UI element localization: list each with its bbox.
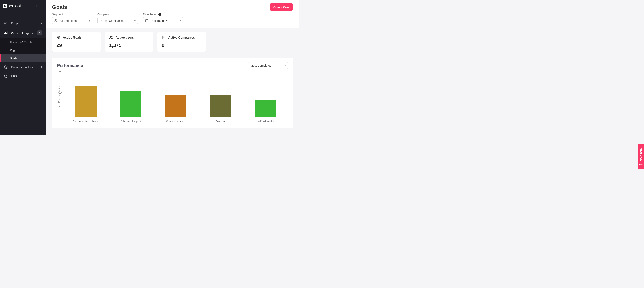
filter-label: Segment <box>52 13 92 16</box>
layers-icon <box>4 65 8 69</box>
sidebar-item-label: Engagement Layer <box>11 65 36 69</box>
bar[interactable] <box>165 95 186 117</box>
people-icon <box>4 21 8 25</box>
gauge-icon <box>4 74 8 78</box>
y-tick: 0 <box>60 114 64 117</box>
sidebar-item-growth-insights[interactable]: Growth Insights <box>0 28 46 38</box>
building-icon <box>100 19 103 22</box>
svg-rect-6 <box>145 20 148 22</box>
filter-company: Company All Companies ▾ <box>98 13 138 24</box>
bar[interactable] <box>75 86 96 117</box>
filter-period: Time Period i Last 180 days ▾ <box>143 13 183 24</box>
period-select[interactable]: Last 180 days ▾ <box>143 17 183 24</box>
sidebar-item-engagement-layer[interactable]: Engagement Layer <box>0 62 46 72</box>
chart: Users Goal Completion 0 100 200 Sidebar … <box>57 73 288 123</box>
panel-title: Performance <box>57 63 83 68</box>
filter-segment: Segment All Segments ▾ <box>52 13 92 24</box>
menu-icon <box>38 5 42 7</box>
page-title: Goals <box>52 4 67 10</box>
select-value: Last 180 days <box>150 19 168 22</box>
bar-slot <box>64 73 108 117</box>
select-value: All Segments <box>60 19 76 22</box>
company-select[interactable]: All Companies ▾ <box>98 17 138 24</box>
filters: Segment All Segments ▾ Company All Compa… <box>52 13 293 28</box>
select-value: All Companies <box>105 19 124 22</box>
stat-card-active-users: Active users 1,375 <box>105 32 153 52</box>
stat-card-active-companies: Active Companies 0 <box>158 32 206 52</box>
logo-mark: u <box>3 4 7 8</box>
svg-point-0 <box>5 22 6 23</box>
bar-chart-icon <box>4 31 8 35</box>
bar[interactable] <box>120 91 141 117</box>
svg-point-10 <box>110 37 111 38</box>
svg-point-11 <box>112 36 112 37</box>
building-icon <box>162 35 166 40</box>
svg-point-9 <box>58 37 59 38</box>
stats-row: Active Goals 29 Active users 1,375 Activ… <box>46 28 299 53</box>
stat-value: 1,375 <box>109 42 149 48</box>
chart-ylabel: Users Goal Completion <box>57 86 61 109</box>
x-axis-label: Schedule first post <box>108 120 153 123</box>
caret-down-icon: ▾ <box>134 19 136 22</box>
sort-select[interactable]: Most Completed ▾ <box>248 62 288 69</box>
bar-slot <box>198 73 243 117</box>
bar-slot <box>108 73 154 117</box>
chevron-left-icon <box>36 5 38 7</box>
svg-point-8 <box>58 37 59 38</box>
main: Goals Create Goal Segment All Segments ▾… <box>46 0 299 135</box>
y-tick: 200 <box>58 70 64 73</box>
svg-rect-12 <box>162 36 165 39</box>
chevron-right-icon <box>40 22 42 25</box>
stat-value: 0 <box>162 42 202 48</box>
sidebar-item-label: Growth Insights <box>11 31 33 35</box>
info-icon[interactable]: i <box>158 13 161 16</box>
people-icon <box>54 19 58 22</box>
chevron-right-icon <box>40 66 42 68</box>
stat-label: Active Goals <box>63 36 82 39</box>
sidebar-collapse-button[interactable] <box>36 5 42 7</box>
caret-down-icon: ▾ <box>180 19 181 22</box>
sidebar-subitem-pages[interactable]: Pages <box>0 46 46 54</box>
x-axis-label: Calendar <box>198 120 243 123</box>
bar-slot <box>153 73 198 117</box>
chevron-up-icon <box>37 30 42 35</box>
svg-point-3 <box>55 20 56 21</box>
sidebar-subitem-features-events[interactable]: Features & Events <box>0 38 46 46</box>
segment-select[interactable]: All Segments ▾ <box>52 17 92 24</box>
x-axis-label: Connect Account <box>153 120 198 123</box>
sidebar-item-people[interactable]: People <box>0 19 46 28</box>
x-axis-label: notification click <box>243 120 288 123</box>
sidebar-header: u serpilot <box>0 0 46 12</box>
stat-label: Active users <box>116 36 134 39</box>
create-goal-button[interactable]: Create Goal <box>270 4 293 11</box>
y-tick: 100 <box>58 92 64 95</box>
svg-point-7 <box>57 36 60 39</box>
sidebar-nav: People Growth Insights Features & Events… <box>0 19 46 81</box>
x-axis-label: Sidebar options clicked <box>63 120 108 123</box>
target-icon <box>56 35 60 40</box>
bar[interactable] <box>255 100 276 117</box>
filter-label: Time Period i <box>143 13 183 16</box>
logo-text: serpilot <box>8 4 21 9</box>
stat-card-active-goals: Active Goals 29 <box>52 32 100 52</box>
topbar: Goals Create Goal Segment All Segments ▾… <box>46 0 299 28</box>
svg-point-1 <box>6 22 7 23</box>
stat-value: 29 <box>56 42 96 48</box>
sidebar: u serpilot People Growth Insights <box>0 0 46 135</box>
svg-point-4 <box>56 20 57 20</box>
filter-label: Company <box>98 13 138 16</box>
sidebar-item-label: People <box>11 22 20 25</box>
sidebar-item-label: NPS <box>11 75 17 78</box>
caret-down-icon: ▾ <box>89 19 90 22</box>
caret-down-icon: ▾ <box>284 64 286 67</box>
stat-label: Active Companies <box>168 36 195 39</box>
svg-rect-5 <box>100 19 102 22</box>
sidebar-item-nps[interactable]: NPS <box>0 72 46 81</box>
bar-slot <box>243 73 288 117</box>
performance-panel: Performance Most Completed ▾ Users Goal … <box>52 58 293 128</box>
bar[interactable] <box>210 95 231 117</box>
users-icon <box>109 35 113 40</box>
calendar-icon <box>145 19 148 22</box>
logo: u serpilot <box>3 4 21 9</box>
sidebar-subitem-goals[interactable]: Goals <box>0 54 46 62</box>
